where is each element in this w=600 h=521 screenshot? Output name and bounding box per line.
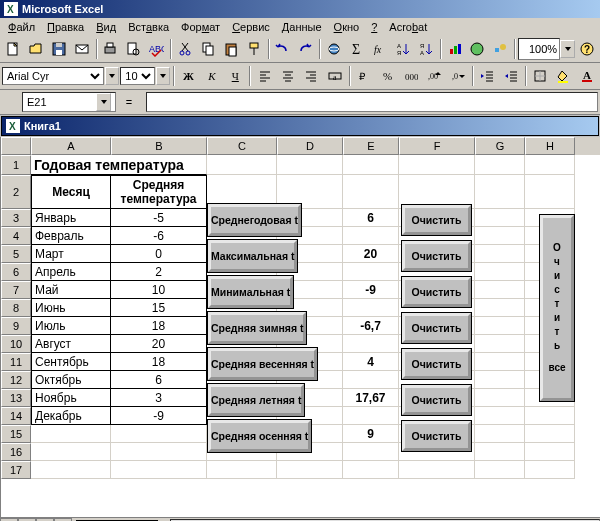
- clear-button[interactable]: Очистить: [402, 205, 471, 235]
- save-icon[interactable]: [48, 37, 70, 61]
- stat-button[interactable]: Средняя летняя t: [208, 384, 304, 416]
- stat-value[interactable]: 17,67: [343, 389, 399, 407]
- stat-value[interactable]: [343, 461, 399, 479]
- sort-desc-icon[interactable]: ЯA: [415, 37, 437, 61]
- select-all-corner[interactable]: [1, 137, 31, 155]
- percent-icon[interactable]: %: [376, 64, 398, 88]
- row-hdr[interactable]: 13: [1, 389, 31, 407]
- col-hdr-b[interactable]: B: [111, 137, 207, 155]
- col-hdr-e[interactable]: E: [343, 137, 399, 155]
- temp-cell[interactable]: 18: [111, 317, 207, 335]
- name-box-dropdown[interactable]: [96, 93, 111, 111]
- redo-icon[interactable]: [294, 37, 316, 61]
- font-name-select[interactable]: Arial Cyr: [2, 67, 104, 85]
- dec-decimal-icon[interactable]: ,0: [447, 64, 469, 88]
- menu-edit[interactable]: Правка: [43, 20, 88, 34]
- row-hdr[interactable]: 7: [1, 281, 31, 299]
- stat-button[interactable]: Минимальная t: [208, 276, 293, 308]
- help-icon[interactable]: ?: [576, 37, 598, 61]
- month-cell[interactable]: Июль: [31, 317, 111, 335]
- col-hdr-d[interactable]: D: [277, 137, 343, 155]
- stat-value[interactable]: [343, 371, 399, 389]
- dec-indent-icon[interactable]: [476, 64, 498, 88]
- stat-value[interactable]: 4: [343, 353, 399, 371]
- header-month[interactable]: Месяц: [31, 175, 111, 209]
- month-cell[interactable]: Июнь: [31, 299, 111, 317]
- temp-cell[interactable]: -9: [111, 407, 207, 425]
- temp-cell[interactable]: 10: [111, 281, 207, 299]
- stat-value[interactable]: [343, 227, 399, 245]
- temp-cell[interactable]: 2: [111, 263, 207, 281]
- month-cell[interactable]: Сентябрь: [31, 353, 111, 371]
- bold-icon[interactable]: Ж: [177, 64, 199, 88]
- stat-value[interactable]: [343, 443, 399, 461]
- print-icon[interactable]: [99, 37, 121, 61]
- menu-window[interactable]: Окно: [330, 20, 364, 34]
- new-icon[interactable]: [2, 37, 24, 61]
- month-cell[interactable]: Ноябрь: [31, 389, 111, 407]
- row-hdr[interactable]: 17: [1, 461, 31, 479]
- font-name-dropdown[interactable]: [105, 67, 119, 85]
- stat-button[interactable]: Максимальная t: [208, 240, 297, 272]
- preview-icon[interactable]: [122, 37, 144, 61]
- row-hdr[interactable]: 4: [1, 227, 31, 245]
- menu-tools[interactable]: Сервис: [228, 20, 274, 34]
- temp-cell[interactable]: 6: [111, 371, 207, 389]
- menu-data[interactable]: Данные: [278, 20, 326, 34]
- font-size-dropdown[interactable]: [156, 67, 170, 85]
- stat-value[interactable]: 20: [343, 245, 399, 263]
- clear-button[interactable]: Очистить: [402, 421, 471, 451]
- stat-value[interactable]: [343, 299, 399, 317]
- italic-icon[interactable]: К: [201, 64, 223, 88]
- drawing-icon[interactable]: [489, 37, 511, 61]
- temp-cell[interactable]: -6: [111, 227, 207, 245]
- header-avgtemp[interactable]: Средняя температура: [111, 175, 207, 209]
- col-hdr-f[interactable]: F: [399, 137, 475, 155]
- align-center-icon[interactable]: [277, 64, 299, 88]
- clear-button[interactable]: Очистить: [402, 313, 471, 343]
- row-hdr[interactable]: 14: [1, 407, 31, 425]
- cut-icon[interactable]: [174, 37, 196, 61]
- title-cell[interactable]: Годовая температура: [31, 155, 207, 175]
- align-left-icon[interactable]: [253, 64, 275, 88]
- mail-icon[interactable]: [71, 37, 93, 61]
- underline-icon[interactable]: Ч: [224, 64, 246, 88]
- fill-color-icon[interactable]: [552, 64, 574, 88]
- row-hdr[interactable]: 1: [1, 155, 31, 175]
- copy-icon[interactable]: [197, 37, 219, 61]
- row-hdr[interactable]: 11: [1, 353, 31, 371]
- paste-icon[interactable]: [220, 37, 242, 61]
- merge-center-icon[interactable]: a: [324, 64, 346, 88]
- comma-icon[interactable]: 000: [400, 64, 422, 88]
- inc-indent-icon[interactable]: [499, 64, 521, 88]
- stat-button[interactable]: Средняя осенняя t: [208, 420, 311, 452]
- month-cell[interactable]: Май: [31, 281, 111, 299]
- temp-cell[interactable]: 18: [111, 353, 207, 371]
- hyperlink-icon[interactable]: [323, 37, 345, 61]
- menu-acrobat[interactable]: Acrobat: [385, 20, 431, 34]
- undo-icon[interactable]: [272, 37, 294, 61]
- stat-button[interactable]: Средняя весенняя t: [208, 348, 317, 380]
- stat-value[interactable]: -9: [343, 281, 399, 299]
- menu-format[interactable]: Формат: [177, 20, 224, 34]
- col-hdr-c[interactable]: C: [207, 137, 277, 155]
- sort-asc-icon[interactable]: AЯ: [392, 37, 414, 61]
- stat-value[interactable]: -6,7: [343, 317, 399, 335]
- row-hdr[interactable]: 9: [1, 317, 31, 335]
- month-cell[interactable]: Январь: [31, 209, 111, 227]
- formula-equals-icon[interactable]: =: [120, 93, 138, 111]
- chart-icon[interactable]: [444, 37, 466, 61]
- font-size-select[interactable]: 10: [120, 67, 155, 85]
- row-hdr[interactable]: 2: [1, 175, 31, 209]
- month-cell[interactable]: Февраль: [31, 227, 111, 245]
- inc-decimal-icon[interactable]: ,00: [423, 64, 445, 88]
- align-right-icon[interactable]: [300, 64, 322, 88]
- col-hdr-h[interactable]: H: [525, 137, 575, 155]
- month-cell[interactable]: Апрель: [31, 263, 111, 281]
- row-hdr[interactable]: 6: [1, 263, 31, 281]
- row-hdr[interactable]: 10: [1, 335, 31, 353]
- row-hdr[interactable]: 15: [1, 425, 31, 443]
- borders-icon[interactable]: [529, 64, 551, 88]
- clear-button[interactable]: Очистить: [402, 241, 471, 271]
- name-box[interactable]: E21: [22, 92, 116, 112]
